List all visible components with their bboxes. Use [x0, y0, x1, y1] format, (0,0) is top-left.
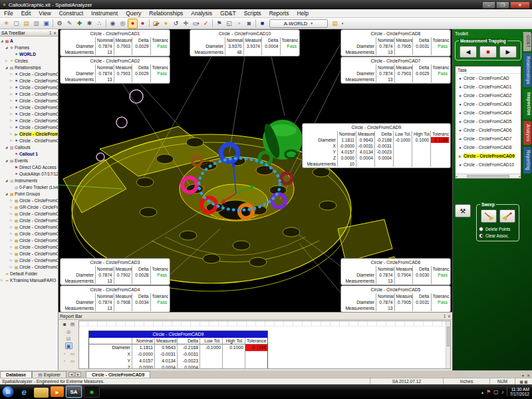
tree-item[interactable]: ▷●Circle - CircleFromCAD [0, 70, 58, 77]
task-item[interactable]: ●Circle - CircleFromCAD1 [456, 82, 521, 91]
tree-item[interactable]: ⚑Direct CAD Access Import [0, 164, 58, 170]
tree-item[interactable]: ▷●Circle - CircleFromCAD8 [0, 124, 58, 130]
task-item[interactable]: ●Circle - CircleFromCAD3 [456, 100, 521, 108]
tree-item[interactable]: ▷▦Circle - CircleFromCAD2 [0, 230, 58, 237]
toolkit-tab-inspection[interactable]: Inspection [523, 89, 532, 119]
close-icon[interactable]: ✕ [527, 373, 530, 378]
selection-rect-icon[interactable]: ▫ [234, 19, 244, 29]
network-icon[interactable]: ∴ [94, 19, 104, 29]
report-tab[interactable]: Circle - CircleFromCAD9 [86, 371, 150, 378]
volume-icon[interactable]: ♪ [501, 389, 504, 395]
menu-item-scripts[interactable]: Scripts [240, 9, 265, 18]
task-list-hscrollbar[interactable]: ◂▸ [456, 174, 521, 178]
tab-scroll-right-button[interactable]: ▸ [75, 372, 81, 377]
sweep-forward-button[interactable] [481, 209, 497, 223]
report-layout-active-icon[interactable]: ▣ [65, 342, 72, 349]
task-item[interactable]: ●Circle - CircleFromCAD2 [456, 91, 521, 100]
camera-icon[interactable]: ◙ [244, 19, 254, 29]
pan-view-icon[interactable]: ✛ [181, 19, 191, 29]
callout-cad4[interactable]: Circle - CircleFromCAD4NominalMeasuredDe… [60, 285, 170, 312]
task-item[interactable]: ●Circle - CircleFromCAD7 [456, 134, 521, 143]
report-zoom-icon[interactable]: ◎ [65, 328, 72, 334]
close-icon[interactable]: ✕ [53, 31, 57, 35]
report-layout-4-icon[interactable]: ▭ [69, 357, 76, 364]
task-item[interactable]: ●Circle - CircleFromCAD6 [456, 126, 521, 134]
callout-cad5[interactable]: Circle - CircleFromCAD5NominalMeasuredDe… [340, 285, 451, 312]
menu-item-instrument[interactable]: Instrument [87, 9, 122, 18]
tab-database[interactable]: Database [0, 371, 32, 378]
report-options-icon[interactable]: ☑ [65, 335, 72, 342]
menu-item-construct[interactable]: Construct [55, 9, 87, 18]
toolkit-tab-gdt[interactable]: GD&T [523, 32, 531, 51]
tree-item[interactable]: ▷▦Circle - CircleFromCAD7 [0, 263, 58, 270]
locate-icon[interactable]: ✱ [84, 19, 94, 29]
measure-icon[interactable]: ● [138, 19, 148, 29]
close-icon[interactable]: ✕ [448, 314, 451, 319]
tree-item[interactable]: ◢✛Frames [0, 44, 58, 51]
tree-item[interactable]: ▷▦Circle - CircleFromCAD8 [0, 217, 58, 223]
tree-item[interactable]: ▷▦GR-Circle - CircleFromCAD9 [0, 203, 58, 210]
menu-item-help[interactable]: Help [293, 9, 312, 18]
new-file-icon[interactable]: ▢ [11, 19, 21, 29]
tree-item[interactable]: ▰Default Folder [0, 270, 58, 277]
tree-item[interactable]: ◢▤Events [0, 157, 58, 164]
construct-icon[interactable]: ✎ [65, 19, 74, 29]
windows-explorer-icon[interactable] [34, 388, 49, 398]
callout-cad8[interactable]: Circle - CircleFromCAD8NominalMeasuredDe… [340, 29, 451, 57]
tree-item[interactable]: ▷●Circle - CircleFromCAD5 [0, 104, 58, 110]
menu-item-query[interactable]: Query [122, 9, 145, 18]
tree-item[interactable]: ●WORLD [0, 51, 58, 57]
next-task-button[interactable]: ▶ [499, 46, 517, 58]
tree-item[interactable]: ◢▦A [0, 37, 58, 44]
tab-scroll-left-button[interactable]: ◂ [68, 372, 74, 377]
chevron-down-icon[interactable]: ▾ [522, 373, 524, 378]
window-icon[interactable]: ▢ [493, 389, 499, 395]
task-item[interactable]: ▶Circle - CircleFromCAD9 [456, 152, 521, 160]
report-layout-3-icon[interactable]: ▫ [61, 357, 68, 364]
tree-item[interactable]: ▷●Circle - CircleFromCAD3 [0, 90, 58, 97]
callout-view-button[interactable]: ▤ [330, 19, 340, 29]
callout-cad7[interactable]: Circle - CircleFromCAD7NominalMeasuredDe… [340, 57, 451, 84]
tree-item[interactable]: ◢▤Relationships [0, 64, 58, 70]
callout-cad6[interactable]: Circle - CircleFromCAD6NominalMeasuredDe… [340, 258, 451, 285]
save-icon[interactable]: ▣ [41, 19, 51, 29]
measure-active-icon[interactable]: ● [128, 19, 138, 29]
task-item[interactable]: ●Circle - CircleFromCAD4 [456, 108, 521, 117]
report-scrollbar[interactable] [446, 321, 450, 368]
paste-icon[interactable]: ▥ [31, 19, 41, 29]
show-hidden-icons-button[interactable]: ▴ [481, 390, 483, 394]
task-item[interactable]: ●Circle - CircleFromCAD5 [456, 117, 521, 126]
menu-item-gdt[interactable]: GD&T [216, 9, 240, 18]
tree-item[interactable]: ▷▦Circle - CircleFromCAD5 [0, 250, 58, 257]
tree-item[interactable]: ▷●Circle - CircleFromCAD10 [0, 137, 58, 144]
callout-cad1[interactable]: Circle - CircleFromCAD1NominalMeasuredDe… [60, 29, 170, 57]
color-swatch[interactable]: ■ [257, 19, 267, 29]
task-item[interactable]: ●Circle - CircleFromCAD [456, 74, 521, 82]
pin-icon[interactable]: ↧ [443, 314, 446, 319]
tree-item[interactable]: ◢▦Point Groups [0, 190, 58, 197]
tree-item[interactable]: ◢◎Instruments [0, 177, 58, 184]
tools-button[interactable]: ⚒ [455, 204, 471, 217]
minimize-button[interactable]: – [482, 1, 495, 9]
3d-viewport[interactable]: Circle - CircleFromCAD1NominalMeasuredDe… [59, 29, 452, 312]
tree-item[interactable]: ▷●Circle - CircleFromCAD1 [0, 77, 58, 84]
open-file-icon[interactable]: ▤ [21, 19, 31, 29]
report-layout-2-icon[interactable]: ▭ [69, 350, 76, 356]
internet-explorer-icon[interactable]: e [16, 386, 32, 398]
callout-cad10[interactable]: Circle - CircleFromCAD10NominalMeasuredD… [190, 29, 300, 57]
menu-item-reports[interactable]: Reports [265, 9, 293, 18]
title-bar[interactable]: ✦ CalloutGraphic.xit - SpatialAnalyzer –… [0, 0, 532, 9]
settings-gear-icon[interactable]: ⚙ [55, 19, 65, 29]
chevron-down-icon[interactable]: ▾ [158, 21, 160, 25]
tree-item[interactable]: ●QuickAlign 07/17/12 11:0 [0, 170, 58, 177]
close-button[interactable]: ✕ [510, 1, 530, 9]
instrument-add-icon[interactable]: ✚ [74, 19, 84, 29]
report-layout-1-icon[interactable]: ▫ [61, 350, 68, 356]
taskbar-clock[interactable]: 11:30 AM 7/17/2012 [507, 387, 529, 396]
verify-check-icon[interactable]: ✓ [201, 19, 211, 29]
tree-item[interactable]: ▷▦Circle - CircleFromCAD9 [0, 210, 58, 217]
tracker-app-icon[interactable]: ◉ [84, 386, 100, 398]
tree-item[interactable]: ▷▦Circle - CircleFromCAD4 [0, 243, 58, 250]
menu-item-relationships[interactable]: Relationships [145, 9, 187, 18]
media-player-icon[interactable]: ▸ [51, 386, 64, 397]
